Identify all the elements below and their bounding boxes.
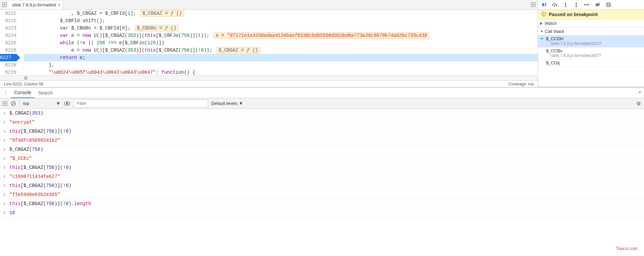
- console-output-row[interactable]: ❮"0f4dfc85096541b2": [0, 136, 644, 145]
- resume-button[interactable]: [541, 1, 547, 8]
- row-content: "c1698711434fe627": [9, 173, 60, 181]
- info-icon: ⓘ: [541, 11, 546, 17]
- line-number[interactable]: 6226: [0, 47, 16, 54]
- stack-frame[interactable]: $_CGIj: [538, 60, 644, 67]
- row-content: this[$_CBGAZ(756)](!0).length: [9, 200, 91, 208]
- code-line[interactable]: var e = new U()[$_CBGAZ(353)](this[$_CBF…: [24, 32, 538, 39]
- code-line[interactable]: },: [24, 61, 538, 69]
- watch-label: Watch: [545, 21, 557, 26]
- row-content: this[$_CBGAZ(756)](!0): [9, 127, 71, 135]
- svg-marker-24: [4, 103, 6, 105]
- console-output-row[interactable]: ❮"$_CCEc": [0, 154, 644, 163]
- console-input-row[interactable]: ❯this[$_CBGAZ(756)](!0): [0, 127, 644, 136]
- line-number[interactable]: 6225: [0, 39, 16, 47]
- row-content: $_CBGAZ(756): [9, 145, 43, 153]
- bottom-drawer: ⋮ Console Search × top ▼ Default levels …: [0, 87, 644, 256]
- frame-location: slide.7.8.9.js:formatted:6077: [546, 53, 644, 58]
- pause-on-exceptions-button[interactable]: [605, 1, 612, 8]
- step-over-button[interactable]: [551, 1, 558, 8]
- toggle-sidebar-button[interactable]: [3, 101, 7, 106]
- code-line[interactable]: while (!e || 256 !== e[$_CBFJo(125)]): [24, 39, 538, 47]
- live-expression-button[interactable]: [64, 101, 70, 106]
- step-out-button[interactable]: [573, 1, 580, 8]
- code-line[interactable]: e = new U()[$_CBGAZ(353)](this[$_CBGAZ(7…: [24, 47, 538, 54]
- source-tab-title: slide.7.8.9.js:formatted: [12, 2, 56, 7]
- console-tab[interactable]: Console: [11, 87, 35, 98]
- row-marker-icon: ❯: [3, 164, 9, 172]
- line-number[interactable]: 6229: [0, 69, 16, 75]
- row-content: "0f4dfc85096541b2": [9, 136, 60, 144]
- step-into-button[interactable]: [562, 1, 569, 8]
- frame-name: $_CCDH: [546, 36, 644, 41]
- code-line[interactable]: , $_CBGAZ = $_CBFId[1];$_CBGAZ = ƒ (): [24, 10, 538, 17]
- inline-value: $_CBGAZ = ƒ (): [216, 47, 261, 54]
- row-content: $_CBGAZ(353): [9, 109, 43, 117]
- stack-frame[interactable]: $_CCDHslide.7.8.9.js:formatted:6227: [538, 36, 644, 48]
- row-content: "f1e5998e03b2e305": [9, 191, 60, 199]
- log-level-selector[interactable]: Default levels ▼: [211, 101, 243, 106]
- inline-value: $_CBGAZ = ƒ (): [140, 10, 184, 17]
- svg-marker-7: [556, 5, 557, 7]
- row-content: this[$_CBGAZ(756)](!0): [9, 182, 71, 190]
- svg-rect-21: [607, 4, 608, 6]
- code-lines[interactable]: , $_CBGAZ = $_CBFId[1];$_CBGAZ = ƒ () $_…: [24, 10, 538, 75]
- line-number[interactable]: 6227: [0, 54, 16, 61]
- close-tab-icon[interactable]: ×: [58, 2, 61, 8]
- more-tabs-button[interactable]: [529, 2, 538, 7]
- line-number[interactable]: 6224: [0, 32, 16, 39]
- svg-point-6: [554, 5, 555, 7]
- context-selector[interactable]: top ▼: [23, 101, 60, 106]
- code-line[interactable]: $_CBFId.shift();: [24, 17, 538, 24]
- svg-marker-4: [542, 3, 545, 7]
- code-line[interactable]: return e;: [24, 54, 538, 61]
- console-body[interactable]: ❯$_CBGAZ(353)❮"encrypt"❯this[$_CBGAZ(756…: [0, 109, 644, 256]
- console-output-row[interactable]: ❮"encrypt": [0, 118, 644, 127]
- code-line[interactable]: var $_CBGBn = $_CBFId[0];$_CBGBn = ƒ (): [24, 24, 538, 32]
- svg-marker-13: [575, 3, 577, 4]
- drawer-menu-button[interactable]: ⋮: [0, 90, 11, 95]
- watch-section-header[interactable]: ▶ Watch: [538, 19, 644, 27]
- search-tab[interactable]: Search: [35, 88, 56, 98]
- line-gutter[interactable]: 6221622262236224622562266227622862296230: [0, 10, 24, 75]
- console-input-row[interactable]: ❯$_CBGAZ(353): [0, 109, 644, 118]
- row-marker-icon: ❮: [3, 209, 9, 217]
- show-navigator-button[interactable]: [0, 0, 9, 10]
- console-output-row[interactable]: ❮"f1e5998e03b2e305": [0, 190, 644, 199]
- console-input-row[interactable]: ❯this[$_CBGAZ(756)](!0): [0, 181, 644, 190]
- deactivate-breakpoints-button[interactable]: [594, 1, 601, 8]
- clear-console-button[interactable]: [11, 101, 16, 106]
- callstack-section-header[interactable]: ▼ Call Stack: [538, 27, 644, 36]
- row-content: 16: [9, 209, 15, 217]
- console-output-row[interactable]: ❮"c1698711434fe627": [0, 172, 644, 181]
- console-input-row[interactable]: ❯this[$_CBGAZ(756)](!0): [0, 163, 644, 172]
- inline-value: e = "87171e1e3338adaa4134baef8198c5db559…: [213, 32, 429, 39]
- svg-rect-22: [609, 4, 609, 6]
- code-line[interactable]: "\u0024\u005f\u0043\u0043\u0043\u0047": …: [24, 69, 538, 75]
- drawer-tabs: ⋮ Console Search ×: [0, 87, 644, 98]
- line-number[interactable]: 6221: [0, 10, 16, 17]
- code-editor[interactable]: 6221622262236224622562266227622862296230…: [0, 10, 538, 75]
- svg-marker-10: [565, 4, 567, 5]
- tab-bar: slide.7.8.9.js:formatted ×: [0, 0, 538, 10]
- row-content: this[$_CBGAZ(756)](!0): [9, 164, 71, 172]
- console-output-row[interactable]: ❮16: [0, 208, 644, 217]
- line-number[interactable]: 6228: [0, 61, 16, 69]
- console-input-row[interactable]: ❯$_CBGAZ(756): [0, 145, 644, 154]
- debug-toolbar: [538, 0, 644, 10]
- close-drawer-button[interactable]: ×: [638, 89, 641, 95]
- row-marker-icon: ❯: [3, 182, 9, 190]
- filter-input[interactable]: [74, 100, 208, 108]
- console-input-row[interactable]: ❯this[$_CBGAZ(756)](!0).length: [0, 199, 644, 208]
- coverage-status: Coverage: n/a: [508, 82, 534, 86]
- console-settings-button[interactable]: [636, 101, 641, 106]
- source-tab[interactable]: slide.7.8.9.js:formatted ×: [9, 0, 63, 9]
- context-value: top: [23, 101, 29, 106]
- step-button[interactable]: [584, 1, 590, 8]
- line-number[interactable]: 6223: [0, 24, 16, 32]
- svg-point-29: [638, 103, 640, 105]
- stack-frame[interactable]: $_CCBvslide.7.8.9.js:formatted:6077: [538, 48, 644, 60]
- paused-banner: ⓘ Paused on breakpoint: [538, 10, 644, 19]
- horizontal-scrollbar[interactable]: [0, 75, 538, 80]
- row-marker-icon: ❮: [3, 154, 9, 163]
- line-number[interactable]: 6222: [0, 17, 16, 24]
